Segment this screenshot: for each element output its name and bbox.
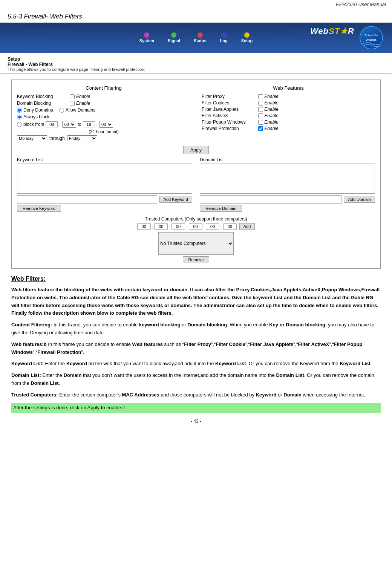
nav-signal[interactable]: Signal (161, 32, 187, 43)
allow-domains-text: Allow Domains (66, 107, 95, 113)
wf-wf: Web features (132, 341, 163, 347)
add-domain-button[interactable]: Add Domain (344, 196, 375, 203)
two-col-layout: Content Filtering Keyword Blocking Enabl… (17, 85, 375, 144)
manual-title-text: EPR2320 User Manual (336, 2, 386, 7)
block-from-min-select[interactable]: 00153045 (62, 121, 76, 128)
web-features-rows: Filter Proxy Enable Filter Cookies Enabl… (202, 94, 375, 131)
nav-setup[interactable]: Setup (234, 32, 260, 43)
web-feature-enable-1: Enable (263, 100, 279, 106)
kl-kw: Keyword (66, 361, 87, 366)
mac-sep-2: : (169, 224, 170, 230)
web-feature-checkbox-4[interactable] (258, 120, 263, 125)
content-filtering-title: Content Filtering (17, 85, 190, 91)
wf-fja: Filter Java Applets (250, 341, 293, 347)
add-keyword-button[interactable]: Add Keyword (159, 196, 192, 203)
mac-field-4[interactable] (189, 223, 202, 230)
mac-sep-4: : (204, 224, 205, 230)
mac-field-1[interactable] (137, 223, 151, 230)
web-feature-label-4: Filter Popup Windows (202, 119, 258, 125)
log-dot (221, 32, 227, 38)
web-feature-enable-3: Enable (263, 113, 279, 118)
subtitle-label: Web Filters (48, 13, 82, 20)
remove-domain-button[interactable]: Remove Domain (200, 205, 242, 212)
block-from-hour[interactable] (46, 121, 58, 127)
svg-point-0 (360, 26, 383, 49)
wf-fireprot: Firewall Protection (37, 349, 81, 355)
nav-system[interactable]: System (133, 32, 161, 43)
web-feature-checkbox-2[interactable] (258, 107, 263, 112)
colon1: : (59, 122, 60, 127)
day-to-select[interactable]: MondayTuesdayWednesday ThursdayFridaySat… (67, 135, 97, 141)
web-feature-enable-0: Enable (263, 94, 279, 99)
allow-domains-radio[interactable] (59, 108, 64, 113)
web-feature-enable-2: Enable (263, 107, 279, 112)
keyword-list-label: Keyword List (17, 157, 192, 162)
domain-list-select[interactable] (200, 164, 375, 194)
always-block-radio[interactable] (17, 115, 22, 119)
block-from-radio[interactable] (17, 122, 22, 127)
block-to-min-select[interactable]: 00153045 (99, 121, 113, 128)
trusted-computers-select[interactable]: No Trusted Computers (158, 232, 234, 255)
web-feature-row-4: Filter Popup Windows Enable (202, 119, 375, 125)
kl-kwl: Keyword List (215, 361, 246, 366)
web-feature-enable-5: Enable (263, 126, 279, 131)
domain-list-label: Domain List (200, 157, 375, 162)
domain-list-box: Domain List Add Domain Remove Domain (200, 157, 375, 212)
allow-domains-radio-label[interactable]: Allow Domains (59, 107, 95, 113)
desc-intro-text: Web filters feature the blocking of the … (11, 287, 380, 316)
tc-kw: Keyword (256, 392, 277, 398)
list-section: Keyword List Add Keyword Remove Keyword … (17, 157, 375, 212)
keyword-list-select[interactable] (17, 164, 192, 194)
wf-fax: Filter ActiveX (298, 341, 329, 347)
domain-blocking-label: Domain Blocking (17, 101, 70, 106)
remove-keyword-button[interactable]: Remove Keyword (17, 205, 61, 212)
day-from-select[interactable]: MondayTuesdayWednesday ThursdayFridaySat… (17, 135, 47, 141)
block-from-label: block from (23, 122, 44, 127)
desc-web-features: Web features:b In this frame you can dec… (11, 341, 381, 357)
wf-label: Web features:b (11, 341, 47, 347)
web-feature-checkbox-0[interactable] (258, 94, 263, 99)
web-feature-checkbox-3[interactable] (258, 113, 263, 118)
colon2: : (96, 122, 98, 127)
wf-fc: Filter Cookie (216, 341, 245, 347)
mac-field-5[interactable] (206, 223, 219, 230)
dl-doml2: Domain List (31, 380, 58, 386)
keyword-input[interactable] (17, 195, 157, 204)
setup-label: Setup (8, 57, 384, 62)
deny-domains-radio-label[interactable]: Deny Domains (17, 107, 53, 113)
deny-allow-group: Deny Domains Allow Domains (17, 107, 190, 113)
trusted-add-button[interactable]: Add (239, 223, 255, 230)
apply-button[interactable]: Apply (183, 146, 209, 154)
keyword-list-controls: Add Keyword (17, 195, 192, 204)
domain-input[interactable] (200, 195, 341, 204)
signal-dot (171, 32, 176, 38)
trusted-remove-button[interactable]: Remove (183, 256, 210, 263)
svg-text:Atlanta: Atlanta (366, 38, 377, 41)
dl-dom: Domain (64, 372, 82, 378)
domain-list-controls: Add Domain (200, 195, 375, 204)
mac-field-6[interactable] (223, 223, 237, 230)
web-feature-row-1: Filter Cookies Enable (202, 100, 375, 106)
kl-label: Keyword List: (11, 361, 44, 366)
nav-status[interactable]: Status (187, 32, 213, 43)
domain-remove-row: Remove Domain (200, 205, 375, 212)
block-to-hour[interactable] (83, 121, 95, 127)
status-dot (198, 32, 203, 38)
web-features-col: Web Features Filter Proxy Enable Filter … (202, 85, 375, 144)
domain-blocking-checkbox[interactable] (70, 101, 75, 106)
main-content: Content Filtering Keyword Blocking Enabl… (0, 73, 392, 430)
web-feature-checkbox-5[interactable] (258, 126, 263, 131)
nav-log[interactable]: Log (213, 32, 234, 43)
keyword-blocking-checkbox[interactable] (70, 94, 75, 99)
page-title: 5.5-3 Firewall- Web Filters (0, 9, 392, 23)
desc-domain-list: Domain List: Enter the Domain that you d… (11, 372, 381, 387)
nav-system-label: System (139, 38, 154, 43)
page-number: - 43 - (11, 419, 381, 424)
mac-field-3[interactable] (172, 223, 185, 230)
always-block-radio-label[interactable]: Always block (17, 114, 49, 119)
web-feature-checkbox-1[interactable] (258, 101, 263, 106)
mac-field-2[interactable] (154, 223, 168, 230)
web-feature-label-2: Filter Java Applets (202, 107, 258, 112)
deny-domains-radio[interactable] (17, 108, 22, 113)
web-feature-row-2: Filter Java Applets Enable (202, 107, 375, 112)
